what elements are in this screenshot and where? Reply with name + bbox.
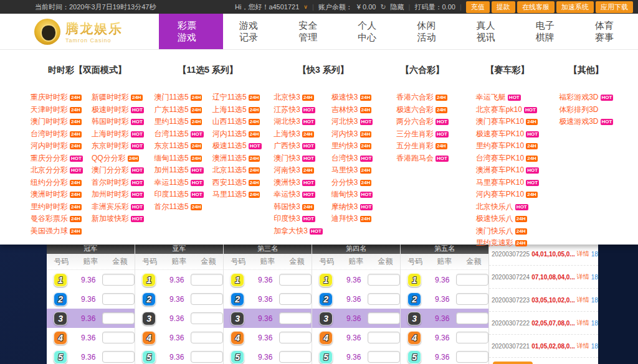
lottery-link-纽约分分彩[interactable]: 纽约分分彩 <box>31 178 68 187</box>
lottery-link-马里11选5[interactable]: 马里11选5 <box>212 190 247 198</box>
amount-input[interactable] <box>368 293 400 305</box>
lottery-link-韩国快3[interactable]: 韩国快3 <box>274 202 300 211</box>
lottery-link-QQ分分彩[interactable]: QQ分分彩 <box>92 154 126 162</box>
lottery-link-上海11选5[interactable]: 上海11选5 <box>212 105 247 114</box>
amount-input[interactable] <box>102 293 135 305</box>
lottery-link-新加坡快彩[interactable]: 新加坡快彩 <box>92 214 129 223</box>
lottery-link-河北快3[interactable]: 河北快3 <box>331 117 358 126</box>
lottery-link-印度快3[interactable]: 印度快3 <box>274 214 300 223</box>
lottery-link-幸运11选5[interactable]: 幸运11选5 <box>155 178 189 187</box>
amount-input[interactable] <box>102 351 135 363</box>
number-ball-2[interactable]: 2 <box>231 292 244 306</box>
details-link[interactable]: 详情 <box>577 342 589 350</box>
number-ball-4[interactable]: 4 <box>54 331 67 345</box>
number-ball-1[interactable]: 1 <box>54 273 67 287</box>
amount-input[interactable] <box>368 351 400 363</box>
lottery-link-湖北快3[interactable]: 湖北快3 <box>274 117 300 126</box>
topbar-button-提款[interactable]: 提款 <box>492 1 515 13</box>
chevron-down-icon[interactable]: ∨ <box>303 4 308 10</box>
hide-balance-toggle[interactable]: 隐藏 <box>391 2 404 12</box>
nav-item-个人中心[interactable]: 个人中心 <box>341 14 401 49</box>
lottery-link-台湾11选5[interactable]: 台湾11选5 <box>155 129 189 138</box>
lottery-link-五分生肖彩[interactable]: 五分生肖彩 <box>396 141 434 150</box>
number-ball-1[interactable]: 1 <box>142 273 156 287</box>
nav-item-电子棋牌[interactable]: 电子棋牌 <box>520 14 579 49</box>
lottery-link-山西11选5[interactable]: 山西11选5 <box>212 117 247 126</box>
number-ball-2[interactable]: 2 <box>319 292 333 306</box>
number-ball-4[interactable]: 4 <box>142 331 156 345</box>
amount-input[interactable] <box>456 293 488 305</box>
amount-input[interactable] <box>368 332 400 343</box>
number-ball-4[interactable]: 4 <box>319 331 333 345</box>
lottery-link-澳门时时彩[interactable]: 澳门时时彩 <box>31 117 68 126</box>
number-ball-1[interactable]: 1 <box>319 273 333 287</box>
lottery-link-两分六合彩[interactable]: 两分六合彩 <box>396 117 434 126</box>
lottery-link-香港跑马会[interactable]: 香港跑马会 <box>396 154 434 162</box>
number-ball-2[interactable]: 2 <box>54 292 67 306</box>
lottery-link-北京快3[interactable]: 北京快3 <box>274 93 300 101</box>
lottery-link-分分快3[interactable]: 分分快3 <box>331 178 358 187</box>
nav-item-体育赛事[interactable]: 体育赛事 <box>579 14 638 49</box>
lottery-link-印度11选5[interactable]: 印度11选5 <box>155 190 189 198</box>
lottery-link-澳门赛车PK10[interactable]: 澳门赛车PK10 <box>476 117 524 126</box>
amount-input[interactable] <box>191 332 223 343</box>
lottery-link-极速快3[interactable]: 极速快3 <box>331 93 358 101</box>
lottery-link-西安11选5[interactable]: 西安11选5 <box>212 178 247 187</box>
details-link[interactable]: 详情 <box>577 319 589 327</box>
topbar-button-在线客服[interactable]: 在线客服 <box>517 1 555 13</box>
lottery-link-东京11选5[interactable]: 东京11选5 <box>155 141 189 150</box>
number-ball-5[interactable]: 5 <box>54 350 67 364</box>
amount-input[interactable] <box>279 312 312 324</box>
brand[interactable]: 腾龙娱乐 Tamron Casino <box>34 19 159 45</box>
amount-input[interactable] <box>102 332 135 343</box>
lottery-link-北京分分彩[interactable]: 北京分分彩 <box>31 166 68 174</box>
lottery-link-河内快3[interactable]: 河内快3 <box>331 129 358 138</box>
number-ball-5[interactable]: 5 <box>319 350 333 364</box>
lottery-link-非洲宾乐彩[interactable]: 非洲宾乐彩 <box>92 202 129 211</box>
lottery-link-缅甸11选5[interactable]: 缅甸11选5 <box>155 154 189 162</box>
amount-input[interactable] <box>279 332 312 343</box>
lottery-link-澳门11选5[interactable]: 澳门11选5 <box>155 93 189 101</box>
lottery-link-上海快3[interactable]: 上海快3 <box>274 129 300 138</box>
lottery-link-澳洲快3[interactable]: 澳洲快3 <box>274 178 300 187</box>
amount-input[interactable] <box>456 351 488 363</box>
number-ball-1[interactable]: 1 <box>231 273 244 287</box>
lottery-link-澳门快乐八[interactable]: 澳门快乐八 <box>476 226 513 235</box>
lottery-link-台湾赛车PK10[interactable]: 台湾赛车PK10 <box>476 154 524 162</box>
amount-input[interactable] <box>191 312 223 324</box>
lottery-link-东京时时彩[interactable]: 东京时时彩 <box>92 141 129 150</box>
lottery-link-体彩排列3D[interactable]: 体彩排列3D <box>559 105 598 114</box>
details-link[interactable]: 详情 <box>577 273 589 281</box>
lottery-link-河内赛车PK10[interactable]: 河内赛车PK10 <box>476 190 524 198</box>
lottery-link-摩纳快3[interactable]: 摩纳快3 <box>331 202 358 211</box>
amount-input[interactable] <box>191 274 223 286</box>
number-ball-5[interactable]: 5 <box>142 350 156 364</box>
lottery-link-吉林快3[interactable]: 吉林快3 <box>331 105 358 114</box>
number-ball-3[interactable]: 3 <box>54 312 67 325</box>
lottery-link-北京赛车pk10[interactable]: 北京赛车pk10 <box>476 105 522 114</box>
lottery-link-加州11选5[interactable]: 加州11选5 <box>155 166 189 174</box>
number-ball-2[interactable]: 2 <box>142 292 156 306</box>
number-ball-3[interactable]: 3 <box>231 312 244 325</box>
lottery-link-加拿大快3[interactable]: 加拿大快3 <box>274 226 308 235</box>
lottery-link-迪拜快3[interactable]: 迪拜快3 <box>331 214 358 223</box>
lottery-link-澳洲11选5[interactable]: 澳洲11选5 <box>212 154 247 162</box>
lottery-link-里约时时彩[interactable]: 里约时时彩 <box>31 202 68 211</box>
amount-input[interactable] <box>102 312 135 324</box>
lottery-link-河内时时彩[interactable]: 河内时时彩 <box>31 141 68 150</box>
lottery-link-极速11选5[interactable]: 极速11选5 <box>212 141 247 150</box>
lottery-link-澳门分分彩[interactable]: 澳门分分彩 <box>92 166 129 174</box>
lottery-link-三分生肖彩[interactable]: 三分生肖彩 <box>396 129 434 138</box>
refresh-icon[interactable]: ↻ <box>380 3 386 11</box>
nav-item-真人视讯[interactable]: 真人视讯 <box>460 14 520 49</box>
lottery-link-马里赛车PK10[interactable]: 马里赛车PK10 <box>476 178 524 187</box>
lottery-link-幸运飞艇[interactable]: 幸运飞艇 <box>476 93 506 101</box>
lottery-link-上海时时彩[interactable]: 上海时时彩 <box>92 129 129 138</box>
lottery-link-辽宁11选5[interactable]: 辽宁11选5 <box>212 93 247 101</box>
lottery-link-北京快乐八[interactable]: 北京快乐八 <box>476 202 513 211</box>
amount-input[interactable] <box>102 274 135 286</box>
nav-item-安全管理[interactable]: 安全管理 <box>282 14 341 49</box>
lottery-link-香港六合彩[interactable]: 香港六合彩 <box>396 93 434 101</box>
lottery-link-首尔时时彩[interactable]: 首尔时时彩 <box>92 178 129 187</box>
number-ball-2[interactable]: 2 <box>407 292 421 306</box>
